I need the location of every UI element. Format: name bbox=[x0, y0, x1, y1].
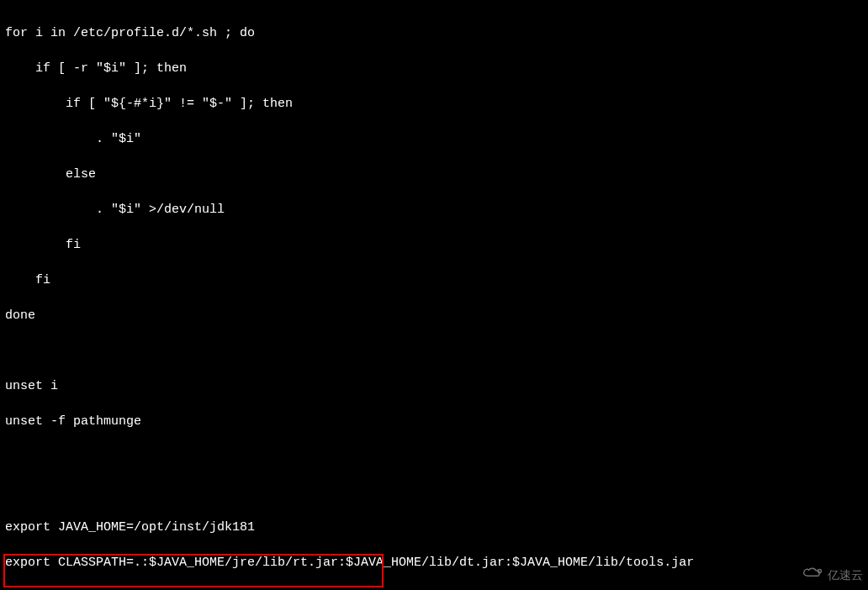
code-line: fi bbox=[5, 236, 863, 254]
watermark-text: 亿速云 bbox=[828, 566, 863, 584]
code-line: . "$i" >/dev/null bbox=[5, 201, 863, 219]
code-line: export CLASSPATH=.:$JAVA_HOME/jre/lib/rt… bbox=[5, 554, 863, 572]
code-line bbox=[5, 483, 863, 501]
code-line: if [ "${-#*i}" != "$-" ]; then bbox=[5, 95, 863, 113]
code-line: export JAVA_HOME=/opt/inst/jdk181 bbox=[5, 519, 863, 536]
watermark: 亿速云 bbox=[801, 565, 863, 585]
code-line: unset i bbox=[5, 377, 863, 395]
code-line bbox=[5, 448, 863, 466]
code-line: done bbox=[5, 307, 863, 324]
code-line: unset -f pathmunge bbox=[5, 413, 863, 430]
code-line: . "$i" bbox=[5, 130, 863, 148]
terminal-output: for i in /etc/profile.d/*.sh ; do if [ -… bbox=[0, 0, 868, 590]
code-line bbox=[5, 342, 863, 360]
cloud-icon bbox=[801, 565, 824, 585]
code-line: if [ -r "$i" ]; then bbox=[5, 60, 863, 77]
code-line: for i in /etc/profile.d/*.sh ; do bbox=[5, 24, 863, 42]
code-line: fi bbox=[5, 271, 863, 289]
code-line: else bbox=[5, 166, 863, 183]
